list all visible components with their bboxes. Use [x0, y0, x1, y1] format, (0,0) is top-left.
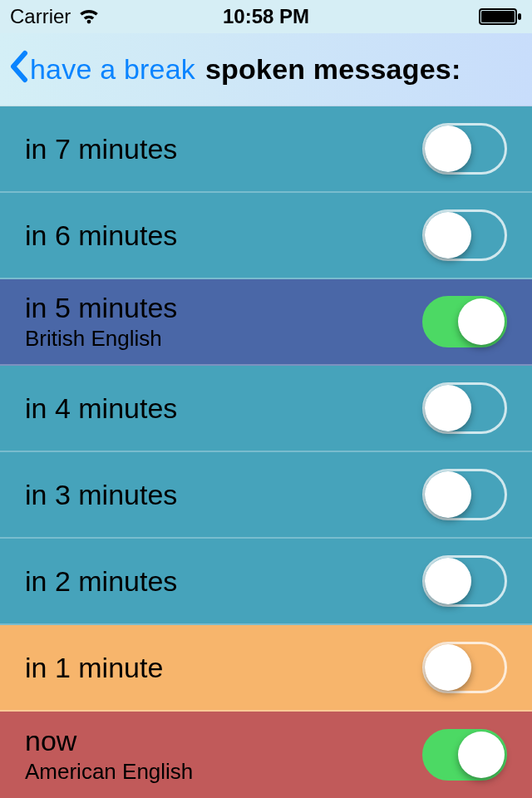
row-subtitle: American English — [25, 759, 193, 785]
page-title: spoken messages: — [205, 53, 461, 86]
row-title: in 3 minutes — [25, 479, 177, 511]
toggle-knob — [458, 298, 505, 345]
toggle-switch[interactable] — [422, 642, 507, 693]
toggle-switch[interactable] — [422, 555, 507, 607]
back-button[interactable]: have a break — [30, 53, 195, 86]
back-chevron-icon[interactable] — [8, 50, 28, 89]
toggle-switch[interactable] — [422, 382, 507, 434]
row-title: in 6 minutes — [25, 219, 177, 252]
row-texts: in 2 minutes — [25, 565, 177, 598]
toggle-knob — [425, 558, 471, 604]
row-title: in 7 minutes — [25, 133, 177, 165]
status-bar: Carrier 10:58 PM — [0, 0, 532, 33]
row-texts: in 3 minutes — [25, 479, 177, 511]
row-title: in 5 minutes — [25, 292, 177, 324]
list-item[interactable]: in 5 minutesBritish English — [0, 279, 532, 366]
row-texts: in 4 minutes — [25, 392, 177, 425]
row-title: in 4 minutes — [25, 392, 177, 425]
settings-list: in 7 minutesin 6 minutesin 5 minutesBrit… — [0, 106, 532, 798]
toggle-switch[interactable] — [422, 296, 507, 347]
battery-icon — [479, 7, 522, 26]
row-title: now — [25, 725, 193, 757]
toggle-knob — [425, 644, 471, 691]
toggle-switch[interactable] — [422, 729, 507, 781]
nav-bar: have a break spoken messages: — [0, 33, 532, 106]
toggle-switch[interactable] — [422, 123, 507, 175]
row-title: in 2 minutes — [25, 565, 177, 598]
row-texts: in 5 minutesBritish English — [25, 292, 177, 352]
toggle-knob — [458, 732, 505, 778]
toggle-knob — [425, 471, 471, 518]
toggle-knob — [425, 212, 471, 259]
toggle-switch[interactable] — [422, 469, 507, 520]
row-texts: nowAmerican English — [25, 725, 193, 785]
wifi-icon — [77, 7, 101, 26]
svg-rect-2 — [518, 13, 521, 20]
list-item[interactable]: in 3 minutes — [0, 452, 532, 539]
list-item[interactable]: in 4 minutes — [0, 366, 532, 452]
status-left: Carrier — [10, 5, 101, 28]
row-title: in 1 minute — [25, 652, 163, 684]
svg-rect-1 — [481, 11, 515, 22]
list-item[interactable]: in 1 minute — [0, 625, 532, 712]
carrier-label: Carrier — [10, 5, 71, 28]
row-texts: in 1 minute — [25, 652, 163, 684]
row-subtitle: British English — [25, 326, 177, 352]
list-item[interactable]: in 7 minutes — [0, 106, 532, 193]
row-texts: in 7 minutes — [25, 133, 177, 165]
list-item[interactable]: in 2 minutes — [0, 539, 532, 625]
list-item[interactable]: nowAmerican English — [0, 712, 532, 798]
list-item[interactable]: in 6 minutes — [0, 193, 532, 279]
row-texts: in 6 minutes — [25, 219, 177, 252]
toggle-knob — [425, 126, 471, 172]
toggle-switch[interactable] — [422, 209, 507, 261]
toggle-knob — [425, 385, 471, 431]
